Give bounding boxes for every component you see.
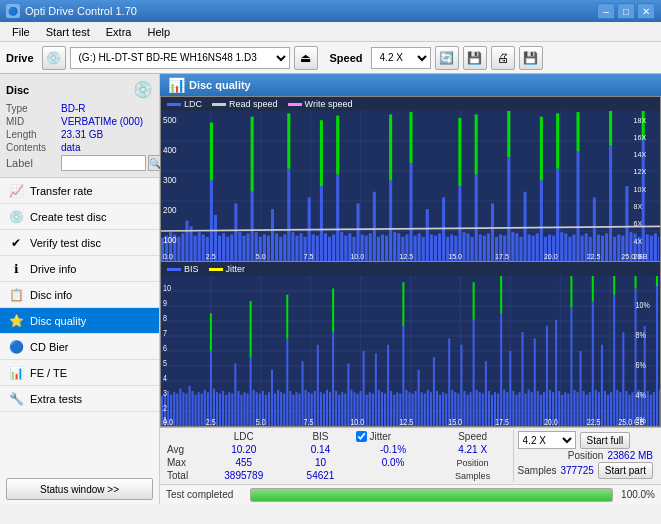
svg-rect-313 [518,392,520,426]
svg-rect-125 [613,237,616,261]
sidebar-label-fe-te: FE / TE [30,367,67,379]
svg-rect-358 [656,286,658,426]
stats-total-ldc: 3895789 [200,469,288,482]
sidebar-item-disc-info[interactable]: 📋 Disc info [0,282,159,308]
start-full-button[interactable]: Start full [580,432,631,449]
sidebar-item-transfer-rate[interactable]: 📈 Transfer rate [0,178,159,204]
svg-rect-32 [234,203,237,261]
speed-select[interactable]: 4.2 X 1.0 X 2.0 X 6.0 X [371,47,431,69]
sidebar-item-verify-test-disc[interactable]: ✔ Verify test disc [0,230,159,256]
sidebar-item-drive-info[interactable]: ℹ Drive info [0,256,159,282]
svg-rect-241 [298,394,300,427]
svg-text:3: 3 [163,388,167,398]
svg-rect-34 [242,236,245,261]
svg-rect-83 [442,198,445,261]
svg-rect-327 [561,395,563,426]
sidebar-item-disc-quality[interactable]: ⭐ Disc quality [0,308,159,334]
svg-rect-29 [222,233,225,261]
title-bar: 🔵 Opti Drive Control 1.70 – □ ✕ [0,0,661,22]
start-part-button[interactable]: Start part [598,462,653,479]
close-button[interactable]: ✕ [637,3,655,19]
svg-rect-30 [226,237,229,261]
svg-rect-200 [173,392,175,426]
maximize-button[interactable]: □ [617,3,635,19]
stats-samples-key: Samples [455,471,490,481]
svg-text:2: 2 [163,403,167,413]
svg-rect-246 [314,391,316,426]
jitter-checkbox[interactable] [356,431,367,442]
disc-contents-value: data [61,142,80,153]
transfer-rate-icon: 📈 [8,183,24,199]
stats-avg-bis: 0.14 [288,443,354,456]
drive-select[interactable]: (G:) HL-DT-ST BD-RE WH16NS48 1.D3 [70,47,290,69]
readspeed-legend-color [212,103,226,106]
chart2-area: 10 9 8 7 6 5 4 3 2 1 10% 8% 6% [161,276,660,426]
drive-icon-btn[interactable]: 💿 [42,46,66,70]
disc-length-value: 23.31 GB [61,129,103,140]
disc-quality-icon: ⭐ [8,313,24,329]
svg-rect-299 [476,390,478,426]
menu-start-test[interactable]: Start test [38,24,98,40]
settings-btn1[interactable]: 💾 [463,46,487,70]
eject-btn[interactable]: ⏏ [294,46,318,70]
minimize-button[interactable]: – [597,3,615,19]
svg-rect-236 [283,394,285,427]
svg-rect-70 [389,180,392,261]
svg-rect-285 [433,357,435,426]
save-btn[interactable]: 💾 [519,46,543,70]
svg-rect-218 [228,392,230,426]
menu-extra[interactable]: Extra [98,24,140,40]
jitter-legend-label: Jitter [226,264,246,274]
svg-rect-359 [659,390,660,426]
svg-rect-18 [177,237,180,261]
svg-rect-69 [385,236,388,261]
svg-rect-79 [426,209,429,261]
stats-max-ldc: 455 [200,456,288,469]
status-window-btn[interactable]: Status window >> [6,478,153,500]
svg-text:300: 300 [163,174,177,185]
svg-rect-331 [573,390,575,426]
sidebar-item-create-test-disc[interactable]: 💿 Create test disc [0,204,159,230]
disc-label-input[interactable] [61,155,146,171]
svg-rect-134 [650,236,653,261]
svg-text:14X: 14X [634,150,647,160]
sidebar-item-fe-te[interactable]: 📊 FE / TE [0,360,159,386]
refresh-btn[interactable]: 🔄 [435,46,459,70]
disc-length-row: Length 23.31 GB [6,129,153,140]
svg-rect-334 [583,391,585,426]
svg-rect-319 [537,391,539,426]
svg-rect-107 [540,180,543,261]
svg-rect-53 [320,186,323,261]
sidebar-item-cd-bier[interactable]: 🔵 CD Bier [0,334,159,360]
svg-rect-300 [479,392,481,426]
svg-rect-149 [576,112,579,151]
svg-rect-275 [402,326,404,426]
stats-speed-select[interactable]: 4.2 X 1.0 X 2.0 X [518,431,576,449]
svg-rect-233 [274,394,276,427]
disc-type-key: Type [6,103,61,114]
svg-text:17.5: 17.5 [495,417,509,426]
svg-rect-126 [617,234,620,261]
cd-bier-icon: 🔵 [8,339,24,355]
svg-text:16X: 16X [634,132,647,142]
svg-rect-116 [576,151,579,261]
svg-rect-222 [240,395,242,426]
stats-position-label: Position [433,456,513,469]
svg-text:10%: 10% [636,301,650,311]
svg-rect-362 [286,295,288,339]
drive-toolbar: Drive 💿 (G:) HL-DT-ST BD-RE WH16NS48 1.D… [0,42,661,74]
svg-rect-256 [344,394,346,427]
settings-btn2[interactable]: 🖨 [491,46,515,70]
stats-col-label-header [164,430,200,443]
menu-help[interactable]: Help [139,24,178,40]
sidebar-item-extra-tests[interactable]: 🔧 Extra tests [0,386,159,412]
svg-rect-148 [556,113,559,168]
svg-rect-28 [218,236,221,261]
chart2-legend: BIS Jitter [161,262,660,276]
menu-file[interactable]: File [4,24,38,40]
svg-rect-325 [555,320,557,426]
svg-rect-354 [644,326,646,426]
sidebar-label-disc-quality: Disc quality [30,315,86,327]
stats-table: LDC BIS Jitter Speed [164,430,513,482]
stats-row-max: Max 455 10 0.0% Position [164,456,513,469]
